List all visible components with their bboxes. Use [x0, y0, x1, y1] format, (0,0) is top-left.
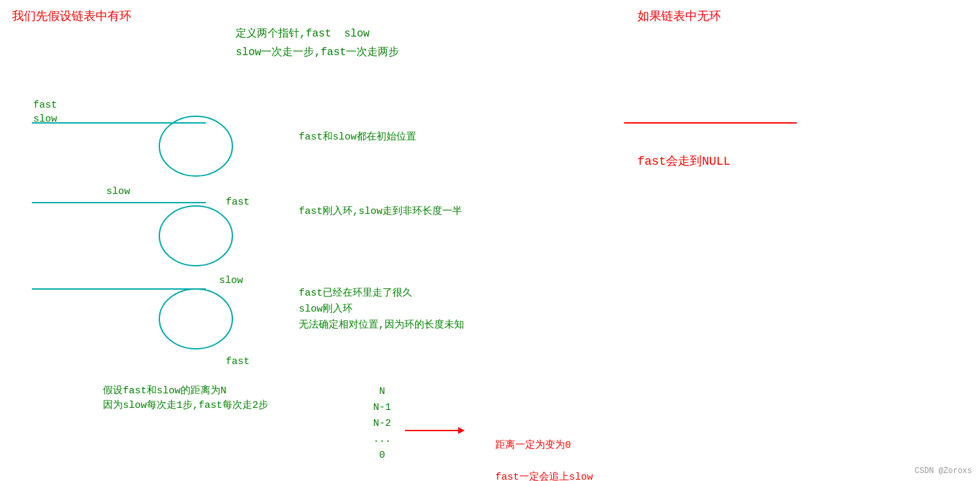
svg-point-5: [159, 289, 232, 349]
slow-label-1: slow: [106, 186, 130, 197]
heading: 我们先假设链表中有环: [12, 8, 131, 24]
fast-slow-initial-labels: fast slow: [33, 98, 57, 126]
svg-point-1: [159, 116, 232, 176]
initial-desc: fast和slow都在初始位置: [299, 130, 416, 143]
fast-label-1: fast: [226, 197, 250, 208]
no-ring-title: 如果链表中无环: [637, 8, 721, 24]
ptr-steps: slow一次走一步,fast一次走两步: [236, 45, 399, 59]
define-ptrs: 定义两个指针,fast slow: [236, 27, 370, 41]
watermark: CSDN @Zoroxs: [915, 466, 972, 476]
arrow-desc-1: 距离一定为变为0: [495, 440, 571, 451]
no-ring-desc: fast会走到NULL: [637, 153, 730, 169]
svg-marker-8: [458, 427, 465, 434]
assume-desc2: 因为slow每次走1步,fast每次走2步: [103, 399, 268, 411]
arrow-desc-2: fast一定会追上slow: [495, 472, 593, 481]
n-series: N N-1 N-2 ... 0: [373, 384, 391, 464]
step2-desc: fast已经在环里走了很久 slow刚入环 无法确定相对位置,因为环的长度未知: [299, 286, 464, 334]
fast-label-2: fast: [226, 356, 250, 367]
svg-point-3: [159, 206, 232, 266]
assume-desc1: 假设fast和slow的距离为N: [103, 384, 226, 397]
arrow-desc: 距离一定为变为0 fast一定会追上slow: [471, 422, 593, 481]
slow-label-2: slow: [219, 275, 243, 286]
step1-desc: fast刚入环,slow走到非环长度一半: [299, 205, 462, 217]
